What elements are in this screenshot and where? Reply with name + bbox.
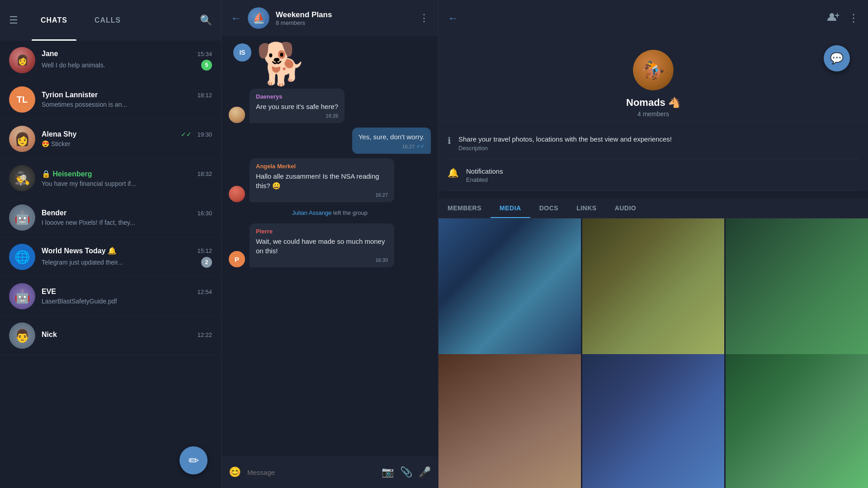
outgoing-text: Yes, sure, don't worry. (359, 132, 425, 142)
compose-fab[interactable]: ✏ (179, 446, 208, 474)
group-profile-avatar: 🏇 (633, 50, 674, 90)
message-angela: Angela Merkel Hallo alle zusammen! Is th… (229, 158, 431, 202)
left-panel: ☰ CHATS CALLS 🔍 👩 Jane 15:34 (0, 0, 222, 488)
chat-header: ← ⛵ Weekend Plans 8 members ⋮ (222, 0, 438, 36)
tab-calls[interactable]: CALLS (81, 0, 134, 41)
media-cell-2[interactable] (582, 218, 725, 361)
tab-links[interactable]: LINKS (567, 198, 606, 218)
worldnews-time: 15:12 (197, 247, 212, 254)
profile-section: 🏇 Nomads 🐴 4 members 💬 (439, 36, 868, 127)
chat-item-nick[interactable]: 👨 Nick 12:22 (0, 316, 221, 355)
chat-item-bender[interactable]: 🤖 Bender 16:30 I looove new Pixels! If f… (0, 198, 221, 237)
mic-icon[interactable]: 🎤 (419, 466, 431, 478)
outgoing-bubble: Yes, sure, don't worry. 16:27 ✓✓ (352, 128, 431, 154)
tab-members[interactable]: MEMBERS (439, 198, 491, 218)
tab-audio[interactable]: AUDIO (606, 198, 646, 218)
bender-time: 16:30 (197, 210, 212, 217)
chat-item-worldnews[interactable]: 🌐 World News Today 🔔 15:12 Telegram just… (0, 237, 221, 277)
jane-preview: Well I do help animals. (42, 62, 105, 69)
angela-time: 16:27 (375, 192, 388, 198)
info-icon: ℹ (448, 135, 451, 146)
tyrion-content: Tyrion Lannister 18:12 Sometimes possess… (42, 91, 212, 108)
jane-badge: 5 (201, 60, 212, 71)
chat-item-jane[interactable]: 👩 Jane 15:34 Well I do help animals. 5 (0, 41, 221, 80)
media-cell-5[interactable] (582, 354, 725, 488)
heisenberg-preview: You have my financial support if... (42, 180, 212, 187)
avatar-heisenberg: 🕵️ (9, 165, 35, 191)
pierre-name: Pierre (256, 228, 388, 235)
group-profile-name: Nomads 🐴 (626, 97, 680, 109)
chat-input-bar: 😊 📷 📎 🎤 (222, 456, 438, 488)
tabs-bar: CHATS CALLS (27, 0, 195, 41)
message-pierre: P Pierre Wait, we could have made so muc… (229, 223, 431, 267)
tab-chats[interactable]: CHATS (27, 0, 81, 41)
sticker-message: IS 🐕 (229, 43, 431, 84)
chat-item-tyrion[interactable]: TL Tyrion Lannister 18:12 Sometimes poss… (0, 80, 221, 119)
alena-time: 19:30 (197, 131, 212, 138)
nick-name: Nick (42, 331, 57, 339)
chat-item-heisenberg[interactable]: 🕵️ 🔒 Heisenberg 18:32 You have my financ… (0, 159, 221, 198)
menu-icon[interactable]: ☰ (9, 14, 18, 26)
avatar-eve: 🤖 (9, 283, 35, 309)
message-daenerys: Daenerys Are you sure it's safe here? 16… (229, 89, 431, 123)
bender-content: Bender 16:30 I looove new Pixels! If fac… (42, 209, 212, 226)
daenerys-time: 16:26 (326, 113, 339, 118)
profile-section-wrapper: 🏇 Nomads 🐴 4 members 💬 (439, 36, 868, 127)
tab-docs[interactable]: DOCS (530, 198, 567, 218)
notifications-row[interactable]: 🔔 Notifications Enabled (448, 159, 859, 191)
attach-icon[interactable]: 📎 (400, 466, 412, 478)
alena-preview: 😍 Sticker (42, 140, 212, 147)
more-options-icon-right[interactable]: ⋮ (848, 12, 859, 24)
avatar-tyrion: TL (9, 86, 35, 113)
media-tabs-section: MEMBERS MEDIA DOCS LINKS AUDIO (439, 198, 868, 218)
right-back-button[interactable]: ← (448, 12, 458, 24)
back-button[interactable]: ← (231, 12, 241, 24)
pierre-bubble: Pierre Wait, we could have made so much … (250, 223, 394, 267)
more-options-icon[interactable]: ⋮ (419, 12, 429, 24)
group-name: Weekend Plans (276, 10, 413, 19)
left-header: ☰ CHATS CALLS 🔍 (0, 0, 221, 41)
chat-list: 👩 Jane 15:34 Well I do help animals. 5 T… (0, 41, 221, 488)
sticker-image: 🐕 (256, 43, 307, 84)
message-fab[interactable]: 💬 (824, 45, 850, 71)
alena-name: Alena Shy (42, 130, 76, 138)
media-cell-4[interactable] (439, 354, 581, 488)
media-cell-3[interactable] (726, 218, 868, 361)
media-cell-6[interactable] (726, 354, 868, 488)
eve-time: 12:54 (197, 289, 212, 295)
daenerys-text: Are you sure it's safe here? (256, 102, 338, 111)
avatar-nick: 👨 (9, 322, 35, 349)
worldnews-badge: 2 (201, 257, 212, 268)
add-member-icon[interactable] (827, 12, 839, 24)
outgoing-ticks: ✓✓ (416, 143, 425, 149)
jane-name: Jane (42, 50, 58, 58)
outgoing-time: 16:27 (402, 144, 415, 149)
emoji-icon[interactable]: 😊 (229, 466, 241, 478)
tyrion-preview: Sometimes possession is an... (42, 101, 212, 108)
camera-icon[interactable]: 📷 (382, 466, 394, 478)
angela-name: Angela Merkel (256, 163, 388, 170)
media-cell-1[interactable] (439, 218, 581, 361)
angela-avatar (229, 186, 245, 202)
notifications-icon: 🔔 (448, 167, 459, 178)
tab-media[interactable]: MEDIA (491, 198, 530, 218)
group-members: 8 members (276, 19, 413, 26)
is-avatar: IS (233, 43, 251, 62)
pierre-time: 16:30 (375, 257, 388, 263)
worldnews-name: World News Today 🔔 (42, 246, 117, 255)
daenerys-name: Daenerys (256, 93, 338, 100)
avatar-alena: 👩 (9, 126, 35, 152)
message-input[interactable] (247, 469, 375, 476)
chat-item-eve[interactable]: 🤖 EVE 12:54 LaserBlastSafetyGuide.pdf (0, 277, 221, 316)
avatar-bender: 🤖 (9, 204, 35, 231)
daenerys-bubble: Daenerys Are you sure it's safe here? 16… (250, 89, 344, 123)
group-profile-members: 4 members (637, 110, 669, 118)
heisenberg-time: 18:32 (197, 171, 212, 177)
chat-item-alena[interactable]: 👩 Alena Shy ✓✓ 19:30 😍 Sticker (0, 119, 221, 159)
group-info: Weekend Plans 8 members (276, 10, 413, 26)
search-icon[interactable]: 🔍 (200, 14, 212, 26)
notifications-status: Enabled (466, 176, 503, 183)
description-row: ℹ Share your travel photos, locations wi… (448, 127, 859, 159)
pierre-text: Wait, we could have made so much money o… (256, 237, 388, 256)
eve-content: EVE 12:54 LaserBlastSafetyGuide.pdf (42, 288, 212, 305)
